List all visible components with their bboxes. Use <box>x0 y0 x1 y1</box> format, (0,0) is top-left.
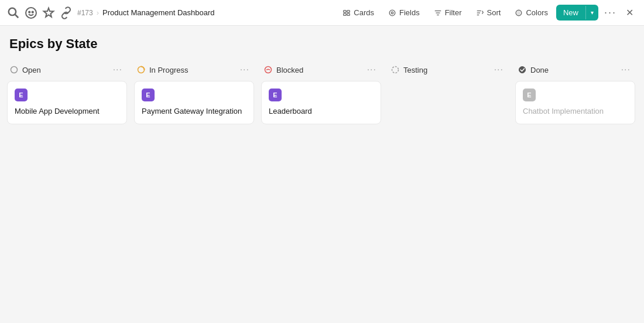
card-payment-gateway[interactable]: E Payment Gateway Integration <box>134 81 254 124</box>
page-title: Epics by State <box>9 36 635 52</box>
card-icon-row: E <box>523 89 628 101</box>
svg-point-22 <box>392 67 399 73</box>
topbar-left: #173 › Product Management Dashboard <box>7 6 332 19</box>
svg-rect-9 <box>347 13 350 15</box>
card-icon-row: E <box>269 89 374 101</box>
card-leaderboard[interactable]: E Leaderboard <box>261 81 381 124</box>
svg-rect-7 <box>347 10 350 12</box>
svg-point-3 <box>29 11 30 12</box>
card-title: Mobile App Development <box>15 106 119 117</box>
colors-button[interactable]: Colors <box>509 5 554 20</box>
column-header-blocked: Blocked ··· <box>261 59 381 81</box>
epic-badge: E <box>15 89 28 101</box>
column-blocked-more[interactable]: ··· <box>365 63 379 76</box>
card-icon-row: E <box>15 89 119 101</box>
topbar: #173 › Product Management Dashboard Card… <box>0 0 644 26</box>
search-icon[interactable] <box>7 6 20 19</box>
svg-rect-6 <box>344 10 346 12</box>
svg-point-4 <box>32 11 33 12</box>
epic-badge: E <box>142 89 155 101</box>
epic-badge: E <box>269 89 282 101</box>
column-in-progress-more[interactable]: ··· <box>238 63 252 76</box>
in-progress-state-icon <box>136 65 146 74</box>
column-header-in-progress: In Progress ··· <box>134 59 254 81</box>
breadcrumb: #173 › Product Management Dashboard <box>77 8 215 17</box>
column-open-label: Open <box>22 66 107 74</box>
epic-badge-gray: E <box>523 89 536 101</box>
svg-marker-5 <box>44 8 54 16</box>
svg-point-2 <box>26 8 36 18</box>
issue-id: #173 <box>77 9 93 17</box>
column-open: Open ··· E Mobile App Development <box>7 59 127 319</box>
svg-point-11 <box>391 12 393 14</box>
card-title: Leaderboard <box>269 106 374 117</box>
emoji-icon[interactable] <box>25 6 37 19</box>
svg-line-1 <box>15 14 19 18</box>
column-open-more[interactable]: ··· <box>111 63 125 76</box>
new-button-arrow[interactable]: ▾ <box>585 6 598 19</box>
column-testing-empty <box>388 81 508 104</box>
svg-point-19 <box>11 67 18 73</box>
open-state-icon <box>9 65 19 74</box>
column-in-progress-label: In Progress <box>149 66 234 74</box>
link-icon[interactable] <box>60 6 73 19</box>
column-blocked-label: Blocked <box>276 66 361 74</box>
done-state-icon <box>518 65 527 74</box>
column-done: Done ··· E Chatbot Implementation <box>515 59 635 319</box>
more-options-icon[interactable]: ··· <box>601 4 620 22</box>
column-in-progress: In Progress ··· E Payment Gateway Integr… <box>134 59 254 319</box>
blocked-state-icon <box>263 65 273 74</box>
sort-button[interactable]: Sort <box>470 5 507 20</box>
column-testing-label: Testing <box>403 66 488 74</box>
svg-point-10 <box>389 10 395 16</box>
columns-container: Open ··· E Mobile App Development In Pro… <box>0 59 644 319</box>
column-header-testing: Testing ··· <box>388 59 508 81</box>
column-header-done: Done ··· <box>515 59 635 81</box>
column-testing: Testing ··· <box>388 59 508 319</box>
svg-rect-8 <box>344 13 346 15</box>
star-icon[interactable] <box>42 6 55 19</box>
column-done-more[interactable]: ··· <box>619 63 633 76</box>
topbar-right: Cards Fields Filter Sort <box>337 4 637 22</box>
cards-button[interactable]: Cards <box>337 5 380 20</box>
card-title: Chatbot Implementation <box>523 106 628 117</box>
card-mobile-app[interactable]: E Mobile App Development <box>7 81 127 124</box>
svg-point-0 <box>9 8 16 15</box>
column-header-open: Open ··· <box>7 59 127 81</box>
filter-button[interactable]: Filter <box>428 5 468 20</box>
column-done-label: Done <box>530 66 615 74</box>
column-blocked: Blocked ··· E Leaderboard <box>261 59 381 319</box>
fields-button[interactable]: Fields <box>382 5 426 20</box>
breadcrumb-title: Product Management Dashboard <box>102 8 215 17</box>
svg-point-23 <box>519 67 526 73</box>
card-icon-row: E <box>142 89 246 101</box>
card-chatbot[interactable]: E Chatbot Implementation <box>515 81 635 124</box>
page-header: Epics by State <box>0 26 644 59</box>
close-icon[interactable]: ✕ <box>622 4 637 21</box>
column-testing-more[interactable]: ··· <box>492 63 506 76</box>
testing-state-icon <box>390 65 400 74</box>
card-title: Payment Gateway Integration <box>142 106 246 117</box>
new-button[interactable]: New ▾ <box>556 5 598 21</box>
